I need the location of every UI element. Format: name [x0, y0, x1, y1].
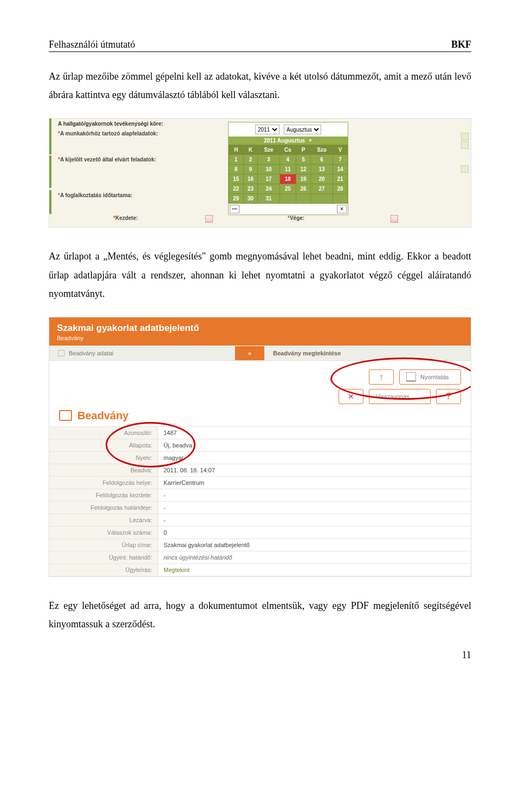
table-row: Azonosító:1487	[49, 426, 471, 439]
delete-button[interactable]: ✕	[339, 389, 363, 404]
section-title: Beadvány	[77, 410, 129, 422]
page-number: 11	[49, 649, 471, 661]
row-value: 1487	[158, 426, 471, 439]
panel-header: Szakmai gyakorlat adatbejelentő Beadvány	[49, 317, 471, 346]
table-row: Űrlap címe:Szakmai gyakorlat adatbejelen…	[49, 538, 471, 551]
calendar-day[interactable]: 11	[280, 165, 296, 174]
row-label: Feldolgozás helye:	[49, 476, 158, 489]
calendar-day[interactable]: 28	[333, 184, 348, 194]
calendar-day[interactable]: 15	[229, 174, 244, 184]
question-icon: ?	[446, 392, 451, 401]
calendar-day[interactable]: 24	[258, 184, 280, 194]
calendar-day[interactable]: 2	[243, 155, 258, 165]
tab-view-submission[interactable]: Beadvány megtekintése	[264, 346, 349, 360]
date-picker-popup[interactable]: 2011 Augusztus 2011 Augusztus ▼ HKSzeCsP…	[228, 122, 348, 215]
screenshot-submission: Szakmai gyakorlat adatbejelentő Beadvány…	[49, 317, 471, 577]
calendar-day[interactable]: 14	[333, 165, 348, 174]
calendar-day[interactable]: 23	[243, 184, 258, 194]
calendar-day[interactable]: 25	[280, 184, 296, 194]
calendar-day[interactable]: 16	[243, 174, 258, 184]
label-expected-tasks: *A kijelölt vezető által elvárt feladato…	[58, 157, 156, 163]
header-left: Felhasználói útmutató	[49, 39, 135, 50]
calendar-dow: P	[296, 145, 311, 155]
table-row: Beadva:2011. 08. 18. 14:07	[49, 464, 471, 476]
row-label: Lezárva:	[49, 514, 158, 526]
calendar-day[interactable]: 26	[296, 184, 311, 194]
calendar-day[interactable]: 18	[280, 174, 296, 184]
calendar-icon[interactable]	[205, 215, 213, 223]
calendar-day[interactable]: 13	[310, 165, 333, 174]
calendar-day[interactable]: 21	[333, 174, 348, 184]
date-picker-nav: 2011 Augusztus	[229, 122, 348, 137]
calendar-day	[310, 194, 333, 204]
table-row: Válaszok száma:0	[49, 526, 471, 538]
details-table: Azonosító:1487Állapota:Új, beadvaNyelv:m…	[49, 426, 471, 576]
calendar-day[interactable]: 3	[258, 155, 280, 165]
accent-bar	[49, 128, 51, 154]
row-value: 2011. 08. 18. 14:07	[158, 464, 471, 476]
resize-handle-icon[interactable]	[461, 165, 469, 173]
calendar-day[interactable]: 27	[310, 184, 333, 194]
close-button[interactable]: ×	[337, 205, 347, 213]
calendar-dow: H	[229, 145, 244, 155]
calendar-day[interactable]: 7	[333, 155, 348, 165]
calendar-day	[280, 194, 296, 204]
table-row: Ügyint. határidő:nincs ügyintézési határ…	[49, 551, 471, 563]
header-right: BKF	[451, 39, 471, 50]
chevron-down-icon[interactable]: ▼	[308, 138, 313, 143]
calendar-day[interactable]: 10	[258, 165, 280, 174]
calendar-day[interactable]: 17	[258, 174, 280, 184]
calendar-dow: V	[333, 145, 348, 155]
calendar-day[interactable]: 30	[243, 194, 258, 204]
minus-button[interactable]: —	[230, 205, 239, 213]
year-select[interactable]: 2011	[255, 125, 280, 134]
row-value: -	[158, 501, 471, 514]
calendar-day[interactable]: 4	[280, 155, 296, 165]
paragraph-1: Az űrlap mezőibe zömmel gépelni kell az …	[49, 67, 471, 104]
action-bar: ↑ Nyomtatás	[49, 361, 471, 389]
calendar-day[interactable]: 29	[229, 194, 244, 204]
calendar-icon[interactable]	[391, 215, 398, 223]
row-value: -	[158, 489, 471, 501]
calendar-day[interactable]: 19	[296, 174, 311, 184]
calendar-day[interactable]: 31	[258, 194, 280, 204]
calendar-dow: Sze	[258, 145, 280, 155]
label-activity-scope: A hallgató/gyakornok tevékenységi köre:	[58, 121, 163, 127]
calendar-grid: HKSzeCsPSzoV 123456789101112131415161718…	[229, 145, 348, 204]
help-button[interactable]: ?	[436, 389, 461, 404]
month-select[interactable]: Augusztus	[284, 125, 321, 134]
resize-handle-icon[interactable]	[461, 133, 469, 140]
page-header: Felhasználói útmutató BKF	[49, 39, 471, 52]
panel-subtitle: Beadvány	[57, 335, 463, 341]
paragraph-2: Az űrlapot a „Mentés, és véglegesítés" g…	[49, 247, 471, 303]
withdraw-button[interactable]: Visszavonás	[369, 389, 431, 404]
calendar-dow: Szo	[310, 145, 333, 155]
row-value: magyar	[158, 451, 471, 464]
form-icon	[59, 410, 72, 421]
up-button[interactable]: ↑	[369, 369, 394, 385]
calendar-day	[296, 194, 311, 204]
label-start: *Kezdete:	[113, 215, 138, 221]
calendar-day[interactable]: 8	[229, 165, 244, 174]
calendar-day[interactable]: 1	[229, 155, 244, 165]
print-button[interactable]: Nyomtatás	[399, 369, 461, 385]
calendar-day[interactable]: 5	[296, 155, 311, 165]
row-label: Feldolgozás kezdete:	[49, 489, 158, 501]
tab-submission-data[interactable]: Beadvány adatai	[49, 346, 235, 360]
row-label: Azonosító:	[49, 426, 158, 439]
resize-handle-icon[interactable]	[461, 141, 469, 149]
calendar-day[interactable]: 6	[310, 155, 333, 165]
tab-bar: Beadvány adatai » Beadvány megtekintése	[49, 346, 471, 361]
table-row: Állapota:Új, beadva	[49, 439, 471, 451]
calendar-day[interactable]: 22	[229, 184, 244, 194]
view-link[interactable]: Megtekint	[164, 567, 190, 573]
row-value[interactable]: Megtekint	[158, 563, 471, 576]
row-value: KarrierCentrum	[158, 476, 471, 489]
panel-title: Szakmai gyakorlat adatbejelentő	[57, 323, 463, 334]
calendar-day[interactable]: 9	[243, 165, 258, 174]
calendar-day[interactable]: 20	[310, 174, 333, 184]
row-label: Feldolgozás határideje:	[49, 501, 158, 514]
row-value: -	[158, 514, 471, 526]
calendar-day[interactable]: 12	[296, 165, 311, 174]
accent-bar	[49, 190, 51, 214]
